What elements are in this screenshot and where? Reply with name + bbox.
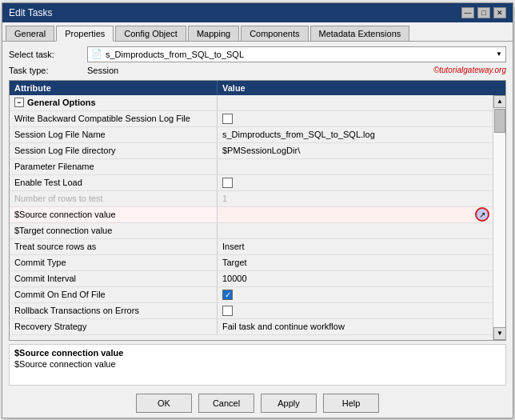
row-val-commit-type: Target — [218, 255, 493, 270]
scroll-track — [493, 108, 505, 327]
row-attr-num-rows: Number of rows to test — [10, 191, 218, 206]
apply-button[interactable]: Apply — [261, 394, 317, 413]
section-header-label: General Options — [27, 98, 96, 107]
collapse-icon[interactable]: − — [14, 98, 24, 107]
row-val-target-conn — [218, 223, 493, 238]
table-row: Enable Test Load — [10, 175, 493, 191]
row-val-treat-source: Insert — [218, 239, 493, 254]
table-row: Recovery Strategy Fail task and continue… — [10, 319, 493, 335]
task-type-row: Task type: Session ©tutorialgateway.org — [9, 66, 506, 75]
row-attr-commit-eof: Commit On End Of File — [10, 287, 218, 302]
bottom-info-title: $Source connection value — [14, 348, 501, 358]
properties-table: Attribute Value − General Options Write … — [9, 80, 506, 341]
row-val-commit-eof: ✓ — [218, 287, 493, 302]
section-header-row: − General Options — [10, 95, 493, 111]
table-body: − General Options Write Backward Compati… — [10, 95, 493, 340]
tab-components[interactable]: Components — [241, 26, 308, 41]
table-row: Treat source rows as Insert — [10, 239, 493, 255]
table-row: $Source connection value ↗ — [10, 207, 493, 223]
select-task-dropdown[interactable]: 📄 s_Dimproducts_from_SQL_to_SQL ▼ — [87, 46, 506, 62]
edit-icon: ↗ — [479, 210, 485, 219]
row-attr-param-filename: Parameter Filename — [10, 159, 218, 174]
commit-eof-checkbox[interactable]: ✓ — [222, 290, 233, 300]
cancel-button[interactable]: Cancel — [198, 394, 254, 413]
row-attr-rollback: Rollback Transactions on Errors — [10, 303, 218, 318]
col-attribute-header: Attribute — [10, 81, 218, 95]
window-title: Edit Tasks — [9, 7, 52, 18]
tab-general[interactable]: General — [6, 26, 54, 41]
table-row: Write Backward Compatible Session Log Fi… — [10, 111, 493, 127]
row-val-source-conn[interactable]: ↗ — [218, 207, 493, 222]
section-header-attr: − General Options — [10, 95, 218, 110]
table-scrollbar[interactable]: ▲ ▼ — [493, 95, 505, 340]
row-val-param-filename — [218, 159, 493, 174]
row-attr-source-conn: $Source connection value — [10, 207, 218, 222]
row-attr-commit-interval: Commit Interval — [10, 271, 218, 286]
tab-properties[interactable]: Properties — [56, 26, 114, 42]
scroll-thumb[interactable] — [494, 109, 505, 133]
task-type-label: Task type: — [9, 66, 81, 75]
row-attr-treat-source: Treat source rows as — [10, 239, 218, 254]
row-val-enable-test-load — [218, 175, 493, 190]
maximize-button[interactable]: □ — [477, 7, 490, 18]
table-row: Commit Interval 10000 — [10, 271, 493, 287]
row-attr-write-backward: Write Backward Compatible Session Log Fi… — [10, 111, 218, 126]
row-attr-session-log-name: Session Log File Name — [10, 127, 218, 142]
row-val-session-log-name: s_Dimproducts_from_SQL_to_SQL.log — [218, 127, 493, 142]
table-row: $Target connection value — [10, 223, 493, 239]
row-attr-recovery: Recovery Strategy — [10, 319, 218, 334]
ok-button[interactable]: OK — [136, 394, 192, 413]
select-task-arrow-icon: ▼ — [496, 50, 502, 58]
tab-config-object[interactable]: Config Object — [115, 26, 186, 41]
task-type-value: Session — [87, 66, 118, 75]
scroll-up-button[interactable]: ▲ — [493, 95, 505, 108]
bottom-info-description: $Source connection value — [14, 359, 501, 369]
close-button[interactable]: ✕ — [493, 7, 506, 18]
title-bar: Edit Tasks — □ ✕ — [2, 3, 513, 22]
table-row: Number of rows to test 1 — [10, 191, 493, 207]
bottom-info-panel: $Source connection value $Source connect… — [9, 344, 506, 386]
table-header: Attribute Value — [10, 81, 505, 95]
enable-test-load-checkbox[interactable] — [222, 178, 233, 188]
button-row: OK Cancel Apply Help — [2, 389, 513, 418]
tab-metadata-extensions[interactable]: Metadata Extensions — [310, 26, 410, 41]
row-val-recovery: Fail task and continue workflow — [218, 319, 493, 334]
form-section: Select task: 📄 s_Dimproducts_from_SQL_to… — [2, 42, 513, 80]
table-row: Commit Type Target — [10, 255, 493, 271]
table-row: Session Log File directory $PMSessionLog… — [10, 143, 493, 159]
select-task-row: Select task: 📄 s_Dimproducts_from_SQL_to… — [9, 46, 506, 62]
row-attr-enable-test-load: Enable Test Load — [10, 175, 218, 190]
watermark: ©tutorialgateway.org — [433, 66, 506, 74]
source-conn-edit-button[interactable]: ↗ — [475, 207, 489, 222]
row-val-write-backward — [218, 111, 493, 126]
row-attr-commit-type: Commit Type — [10, 255, 218, 270]
table-row: Parameter Filename — [10, 159, 493, 175]
tab-mapping[interactable]: Mapping — [188, 26, 239, 41]
table-row: Commit On End Of File ✓ — [10, 287, 493, 303]
row-val-session-log-dir: $PMSessionLogDir\ — [218, 143, 493, 158]
table-row: Session Log File Name s_Dimproducts_from… — [10, 127, 493, 143]
window-controls: — □ ✕ — [461, 7, 506, 18]
row-val-commit-interval: 10000 — [218, 271, 493, 286]
tab-bar: General Properties Config Object Mapping… — [2, 22, 513, 42]
select-task-label: Select task: — [9, 50, 81, 59]
minimize-button[interactable]: — — [461, 7, 474, 18]
table-with-scroll: − General Options Write Backward Compati… — [10, 95, 505, 340]
rollback-checkbox[interactable] — [222, 306, 233, 316]
help-button[interactable]: Help — [323, 394, 379, 413]
scroll-down-button[interactable]: ▼ — [493, 327, 505, 340]
row-val-num-rows: 1 — [218, 191, 493, 206]
section-header-val — [218, 95, 493, 110]
row-attr-target-conn: $Target connection value — [10, 223, 218, 238]
table-row: Rollback Transactions on Errors — [10, 303, 493, 319]
main-window: Edit Tasks — □ ✕ General Properties Conf… — [2, 2, 513, 418]
col-value-header: Value — [218, 81, 505, 95]
row-attr-session-log-dir: Session Log File directory — [10, 143, 218, 158]
select-task-value: s_Dimproducts_from_SQL_to_SQL — [106, 50, 244, 59]
write-backward-checkbox[interactable] — [222, 114, 233, 124]
row-val-rollback — [218, 303, 493, 318]
